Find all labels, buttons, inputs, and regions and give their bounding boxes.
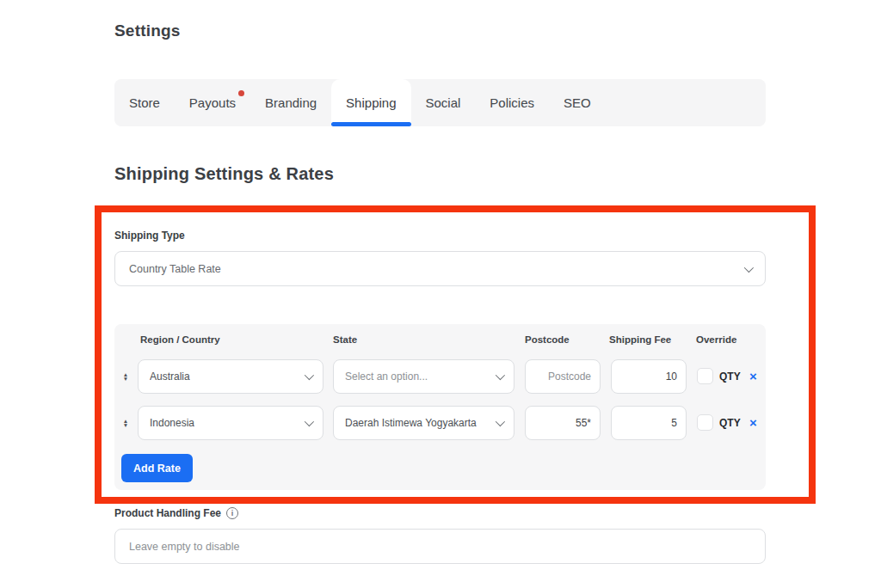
remove-row-icon[interactable]: × [749,416,757,429]
settings-page: Settings Store Payouts Branding Shipping… [0,0,881,588]
column-header-postcode: Postcode [525,334,570,345]
tab-seo-label: SEO [564,95,591,110]
qty-label: QTY [719,371,741,383]
tab-store[interactable]: Store [114,79,175,126]
column-header-override: Override [696,334,736,345]
tab-branding[interactable]: Branding [250,79,331,126]
notification-dot [238,90,244,96]
chevron-down-icon [496,417,505,426]
drag-handle-icon[interactable]: ▲ ▼ [118,406,133,440]
drag-handle-icon[interactable]: ▲ ▼ [118,359,133,394]
shipping-fee-input-wrap [611,406,687,440]
postcode-input-wrap [525,406,601,440]
shipping-fee-input[interactable] [612,407,686,439]
tab-shipping-label: Shipping [346,95,396,110]
shipping-fee-input-wrap [611,359,687,394]
handling-fee-label-text: Product Handling Fee [114,507,221,519]
tab-social[interactable]: Social [411,79,476,126]
page-title: Settings [114,21,181,40]
chevron-down-icon [744,262,754,272]
country-value: Indonesia [150,417,194,429]
tab-shipping[interactable]: Shipping [331,79,410,126]
drag-down-glyph: ▼ [123,423,128,427]
chevron-down-icon [305,371,314,380]
postcode-input[interactable] [526,407,600,439]
settings-tabs: Store Payouts Branding Shipping Social P… [114,79,766,126]
state-select[interactable]: Daerah Istimewa Yogyakarta [333,406,514,440]
section-heading: Shipping Settings & Rates [114,164,334,184]
shipping-type-label-text: Shipping Type [114,230,185,242]
tab-seo[interactable]: SEO [549,79,606,126]
postcode-input-wrap [525,359,601,394]
country-select[interactable]: Australia [138,359,323,394]
shipping-type-label: Shipping Type [114,230,185,242]
tab-payouts[interactable]: Payouts [175,79,250,126]
state-select[interactable]: Select an option... [333,359,514,394]
tab-policies-label: Policies [490,95,534,110]
chevron-down-icon [305,417,314,426]
chevron-down-icon [496,371,505,380]
handling-fee-label: Product Handling Fee i [114,507,238,519]
qty-override-checkbox[interactable] [697,368,713,384]
qty-label: QTY [719,417,741,429]
add-rate-button[interactable]: Add Rate [121,454,193,482]
info-icon[interactable]: i [226,507,238,519]
column-header-shipping-fee: Shipping Fee [609,334,671,345]
column-header-region-country: Region / Country [140,334,220,345]
country-value: Australia [150,371,190,383]
tab-branding-label: Branding [265,95,317,110]
remove-row-icon[interactable]: × [749,370,757,383]
qty-override-checkbox[interactable] [697,414,713,431]
rate-row: ▲ ▼ Australia Select an option... QTY × [114,359,766,394]
column-header-state: State [333,334,357,345]
tab-social-label: Social [426,95,461,110]
shipping-fee-input[interactable] [612,360,686,393]
handling-fee-input-wrap [114,529,766,564]
state-value: Daerah Istimewa Yogyakarta [345,417,477,429]
country-select[interactable]: Indonesia [138,406,323,440]
shipping-type-select[interactable]: Country Table Rate [114,251,766,286]
rates-table: Region / Country State Postcode Shipping… [114,324,766,490]
state-value: Select an option... [345,371,428,383]
tab-payouts-label: Payouts [189,95,236,110]
tab-policies[interactable]: Policies [475,79,549,126]
handling-fee-input[interactable] [115,530,765,563]
shipping-type-value: Country Table Rate [129,263,221,275]
postcode-input[interactable] [526,360,600,393]
drag-down-glyph: ▼ [123,377,128,381]
rate-row: ▲ ▼ Indonesia Daerah Istimewa Yogyakarta… [114,406,766,440]
tab-store-label: Store [129,95,160,110]
